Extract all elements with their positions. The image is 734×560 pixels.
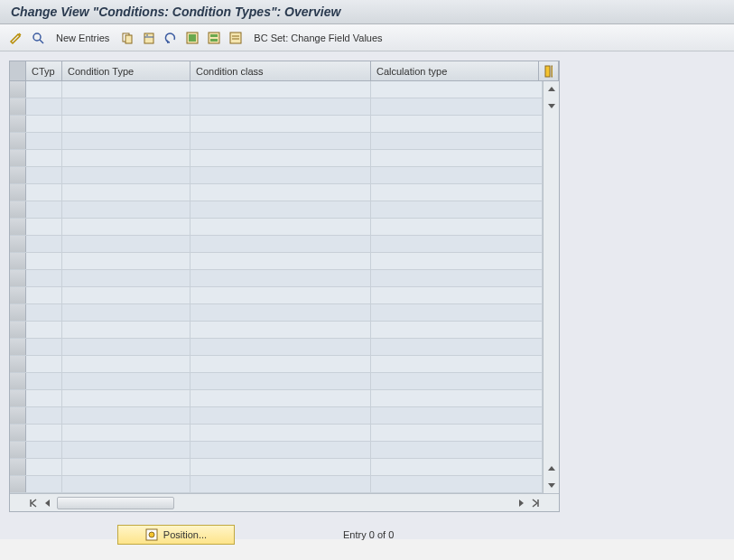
row-selector[interactable] (10, 98, 26, 115)
cell-condition-type[interactable] (62, 373, 190, 389)
cell-calculation-type[interactable] (371, 459, 543, 475)
cell-calculation-type[interactable] (371, 133, 543, 149)
cell-ctyp[interactable] (26, 167, 62, 183)
cell-condition-class[interactable] (190, 150, 371, 166)
column-calculation-type[interactable]: Calculation type (371, 61, 539, 80)
table-row[interactable] (10, 339, 543, 356)
table-row[interactable] (10, 287, 543, 304)
table-row[interactable] (10, 81, 543, 98)
row-selector[interactable] (10, 459, 26, 475)
cell-ctyp[interactable] (26, 184, 62, 201)
cell-calculation-type[interactable] (371, 270, 543, 286)
cell-condition-type[interactable] (62, 150, 190, 166)
cell-condition-type[interactable] (62, 81, 190, 98)
cell-ctyp[interactable] (26, 81, 62, 98)
row-selector[interactable] (10, 407, 26, 424)
cell-calculation-type[interactable] (371, 236, 543, 252)
cell-ctyp[interactable] (26, 390, 62, 406)
cell-condition-class[interactable] (190, 356, 371, 372)
row-selector[interactable] (10, 356, 26, 372)
cell-ctyp[interactable] (26, 150, 62, 166)
scroll-down-icon[interactable] (545, 479, 558, 491)
scroll-first-icon[interactable] (26, 496, 41, 510)
deselect-all-icon[interactable] (227, 29, 245, 47)
table-row[interactable] (10, 270, 543, 287)
scroll-left-icon[interactable] (41, 496, 55, 510)
cell-ctyp[interactable] (26, 373, 62, 389)
vertical-scrollbar[interactable] (543, 81, 559, 493)
cell-calculation-type[interactable] (371, 339, 543, 355)
cell-ctyp[interactable] (26, 116, 62, 132)
cell-calculation-type[interactable] (371, 442, 543, 458)
cell-ctyp[interactable] (26, 287, 62, 303)
scroll-right-icon[interactable] (514, 496, 528, 510)
cell-condition-class[interactable] (190, 201, 371, 218)
cell-calculation-type[interactable] (371, 201, 543, 218)
table-row[interactable] (10, 236, 543, 253)
cell-condition-class[interactable] (190, 133, 371, 149)
row-selector[interactable] (10, 476, 26, 492)
cell-condition-type[interactable] (62, 167, 190, 183)
cell-condition-class[interactable] (190, 442, 371, 458)
cell-condition-class[interactable] (190, 219, 371, 235)
table-row[interactable] (10, 442, 543, 459)
cell-calculation-type[interactable] (371, 322, 543, 338)
row-selector[interactable] (10, 339, 26, 355)
row-selector[interactable] (10, 322, 26, 338)
column-condition-class[interactable]: Condition class (190, 61, 371, 80)
cell-ctyp[interactable] (26, 133, 62, 149)
table-settings-button[interactable] (539, 61, 559, 80)
cell-condition-type[interactable] (62, 442, 190, 458)
table-row[interactable] (10, 373, 543, 390)
cell-calculation-type[interactable] (371, 476, 543, 492)
horizontal-scroll-thumb[interactable] (57, 497, 174, 509)
table-row[interactable] (10, 150, 543, 167)
cell-condition-type[interactable] (62, 116, 190, 132)
table-row[interactable] (10, 476, 543, 493)
scroll-up-small-icon[interactable] (545, 462, 558, 475)
cell-ctyp[interactable] (26, 236, 62, 252)
cell-condition-type[interactable] (62, 219, 190, 235)
table-row[interactable] (10, 201, 543, 219)
table-row[interactable] (10, 98, 543, 116)
cell-calculation-type[interactable] (371, 116, 543, 132)
row-selector[interactable] (10, 270, 26, 286)
cell-condition-class[interactable] (190, 116, 371, 132)
table-row[interactable] (10, 167, 543, 184)
cell-condition-type[interactable] (62, 270, 190, 286)
cell-calculation-type[interactable] (371, 407, 543, 424)
cell-condition-type[interactable] (62, 425, 190, 441)
cell-condition-type[interactable] (62, 236, 190, 252)
cell-ctyp[interactable] (26, 425, 62, 441)
cell-condition-class[interactable] (190, 81, 371, 98)
cell-condition-class[interactable] (190, 270, 371, 286)
table-row[interactable] (10, 390, 543, 407)
cell-calculation-type[interactable] (371, 98, 543, 115)
cell-condition-class[interactable] (190, 98, 371, 115)
cell-condition-class[interactable] (190, 236, 371, 252)
cell-condition-type[interactable] (62, 339, 190, 355)
scroll-down-small-icon[interactable] (545, 99, 558, 112)
cell-ctyp[interactable] (26, 476, 62, 492)
cell-ctyp[interactable] (26, 459, 62, 475)
cell-calculation-type[interactable] (371, 390, 543, 406)
row-selector[interactable] (10, 373, 26, 389)
cell-ctyp[interactable] (26, 253, 62, 269)
cell-condition-class[interactable] (190, 476, 371, 492)
row-selector[interactable] (10, 425, 26, 441)
toggle-display-change-icon[interactable] (7, 29, 25, 47)
cell-condition-type[interactable] (62, 322, 190, 338)
cell-ctyp[interactable] (26, 322, 62, 338)
cell-calculation-type[interactable] (371, 219, 543, 235)
cell-condition-class[interactable] (190, 322, 371, 338)
cell-condition-type[interactable] (62, 459, 190, 475)
cell-condition-type[interactable] (62, 476, 190, 492)
cell-ctyp[interactable] (26, 339, 62, 355)
table-row[interactable] (10, 184, 543, 201)
table-row[interactable] (10, 116, 543, 133)
row-selector[interactable] (10, 304, 26, 321)
delete-icon[interactable] (140, 29, 158, 47)
cell-condition-class[interactable] (190, 253, 371, 269)
cell-condition-class[interactable] (190, 373, 371, 389)
cell-ctyp[interactable] (26, 201, 62, 218)
